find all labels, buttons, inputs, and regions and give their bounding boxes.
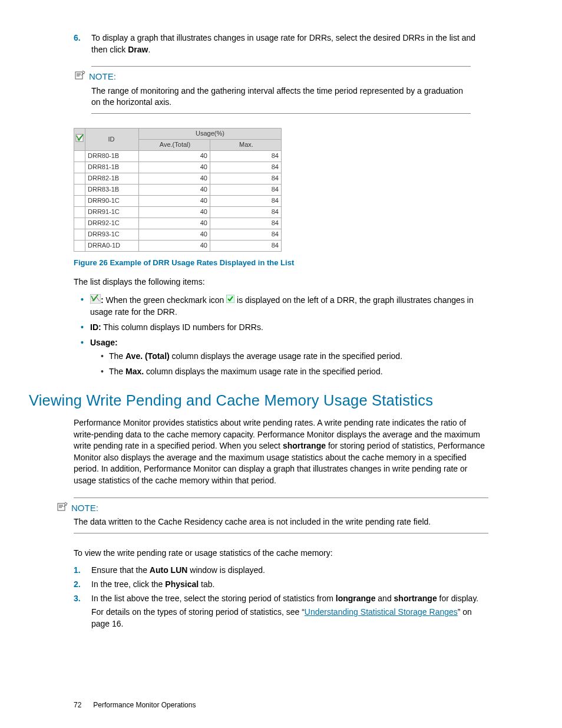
step-number: 3. bbox=[74, 593, 91, 630]
divider bbox=[91, 113, 471, 114]
bullet-list: : When the green checkmark icon is displ… bbox=[74, 294, 488, 378]
text: In the tree, click the bbox=[91, 579, 165, 589]
cell-max: 84 bbox=[210, 184, 282, 195]
cell-ave: 40 bbox=[139, 240, 210, 251]
table-row: DRRA0-1D4084 bbox=[74, 240, 282, 251]
bullet-checkmark: : When the green checkmark icon is displ… bbox=[90, 294, 488, 318]
step-list: 6. To display a graph that illustrates c… bbox=[74, 32, 488, 55]
text: column displays the maximum usage rate i… bbox=[144, 367, 382, 376]
note-heading: NOTE: bbox=[75, 70, 471, 83]
cell-ave: 40 bbox=[139, 206, 210, 218]
note-body: The range of monitoring and the gatherin… bbox=[91, 85, 471, 108]
cell-check bbox=[74, 229, 85, 240]
sub-bullet-ave: The Ave. (Total) column displays the ave… bbox=[109, 351, 488, 363]
table-row: DRR83-1B4084 bbox=[74, 184, 282, 195]
note-label: NOTE: bbox=[89, 70, 116, 83]
step-body: To display a graph that illustrates chan… bbox=[91, 32, 488, 55]
cell-max: 84 bbox=[210, 218, 282, 229]
shortrange-label: shortrange bbox=[283, 441, 326, 450]
sub-bullet-list: The Ave. (Total) column displays the ave… bbox=[90, 351, 488, 377]
step-body: In the list above the tree, select the s… bbox=[91, 593, 488, 630]
cell-check bbox=[74, 195, 85, 206]
step-3: 3. In the list above the tree, select th… bbox=[74, 593, 488, 630]
text: The bbox=[109, 351, 125, 361]
cell-ave: 40 bbox=[139, 218, 210, 229]
graph-check-icon bbox=[90, 294, 101, 307]
storage-ranges-link[interactable]: Understanding Statistical Storage Ranges bbox=[305, 607, 458, 617]
list-intro: The list displays the following items: bbox=[74, 276, 488, 288]
cell-check bbox=[74, 184, 85, 195]
cell-max: 84 bbox=[210, 206, 282, 218]
label: Ave. (Total) bbox=[125, 351, 170, 361]
cell-id: DRR81-1B bbox=[85, 162, 139, 173]
cell-ave: 40 bbox=[139, 173, 210, 184]
table-header-row: ID Usage(%) bbox=[74, 128, 282, 139]
cell-max: 84 bbox=[210, 150, 282, 162]
col-check bbox=[74, 128, 85, 150]
step-1: 1. Ensure that the Auto LUN window is di… bbox=[74, 565, 488, 577]
text: for display. bbox=[437, 594, 479, 603]
label: Auto LUN bbox=[150, 565, 188, 575]
text: . bbox=[148, 45, 150, 54]
cell-max: 84 bbox=[210, 195, 282, 206]
cell-id: DRR91-1C bbox=[85, 206, 139, 218]
table-row: DRR82-1B4084 bbox=[74, 173, 282, 184]
step-2: 2. In the tree, click the Physical tab. bbox=[74, 579, 488, 591]
text: In the list above the tree, select the s… bbox=[91, 594, 336, 603]
cell-id: DRR92-1C bbox=[85, 218, 139, 229]
table-row: DRR90-1C4084 bbox=[74, 195, 282, 206]
cell-check bbox=[74, 206, 85, 218]
cell-ave: 40 bbox=[139, 184, 210, 195]
table-row: DRR80-1B4084 bbox=[74, 150, 282, 162]
bullet-id: ID: This column displays ID numbers for … bbox=[90, 322, 488, 334]
figure-caption: Figure 26 Example of DRR Usage Rates Dis… bbox=[74, 258, 488, 268]
cell-check bbox=[74, 240, 85, 251]
cell-ave: 40 bbox=[139, 162, 210, 173]
cell-max: 84 bbox=[210, 162, 282, 173]
table-row: DRR92-1C4084 bbox=[74, 218, 282, 229]
cell-id: DRR90-1C bbox=[85, 195, 139, 206]
cell-max: 84 bbox=[210, 229, 282, 240]
label: Usage: bbox=[90, 338, 118, 347]
section-heading: Viewing Write Pending and Cache Memory U… bbox=[29, 390, 488, 411]
cell-id: DRRA0-1D bbox=[85, 240, 139, 251]
label: shortrange bbox=[394, 594, 437, 603]
cell-ave: 40 bbox=[139, 229, 210, 240]
text: window is displayed. bbox=[187, 565, 265, 575]
text: tab. bbox=[199, 579, 214, 589]
col-id: ID bbox=[85, 128, 139, 150]
step-number: 1. bbox=[74, 565, 91, 577]
note-icon bbox=[75, 70, 85, 83]
cell-id: DRR80-1B bbox=[85, 150, 139, 162]
step-number: 6. bbox=[74, 32, 91, 55]
note-heading: NOTE: bbox=[57, 502, 488, 515]
note-body: The data written to the Cache Residency … bbox=[74, 516, 488, 528]
label: Physical bbox=[165, 579, 199, 589]
cell-max: 84 bbox=[210, 240, 282, 251]
sub-bullet-max: The Max. column displays the maximum usa… bbox=[109, 366, 488, 378]
label: ID: bbox=[90, 322, 101, 332]
cell-check bbox=[74, 218, 85, 229]
cell-id: DRR82-1B bbox=[85, 173, 139, 184]
text: and bbox=[375, 594, 394, 603]
cell-id: DRR83-1B bbox=[85, 184, 139, 195]
divider bbox=[74, 533, 488, 533]
note-label: NOTE: bbox=[71, 502, 98, 514]
step-6: 6. To display a graph that illustrates c… bbox=[74, 32, 488, 55]
drr-usage-table: ID Usage(%) Ave.(Total) Max. DRR80-1B408… bbox=[74, 128, 282, 252]
note-icon bbox=[57, 502, 68, 515]
step-body: Ensure that the Auto LUN window is displ… bbox=[91, 565, 488, 577]
text: For details on the types of storing peri… bbox=[91, 607, 305, 617]
cell-id: DRR93-1C bbox=[85, 229, 139, 240]
col-ave: Ave.(Total) bbox=[139, 139, 210, 150]
step-body: In the tree, click the Physical tab. bbox=[91, 579, 488, 591]
cell-check bbox=[74, 162, 85, 173]
text: This column displays ID numbers for DRRs… bbox=[101, 322, 263, 332]
step-subtext: For details on the types of storing peri… bbox=[91, 607, 488, 630]
main-paragraph: Performance Monitor provides statistics … bbox=[74, 417, 488, 487]
table-row: DRR93-1C4084 bbox=[74, 229, 282, 240]
text: The bbox=[109, 367, 125, 376]
procedure-intro: To view the write pending rate or usage … bbox=[74, 548, 488, 559]
cell-max: 84 bbox=[210, 173, 282, 184]
divider bbox=[74, 498, 488, 498]
